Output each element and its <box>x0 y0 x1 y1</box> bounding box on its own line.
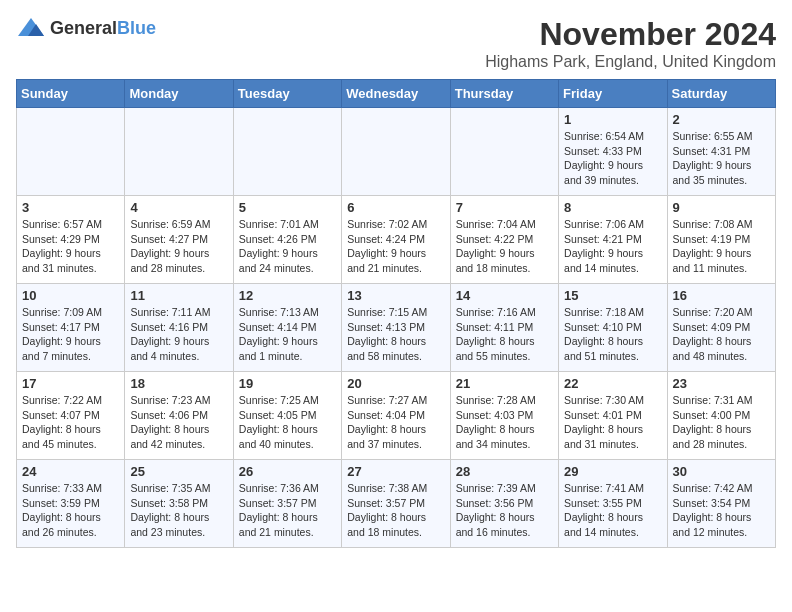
calendar-cell: 15Sunrise: 7:18 AM Sunset: 4:10 PM Dayli… <box>559 284 667 372</box>
logo: GeneralBlue <box>16 16 156 40</box>
calendar-cell <box>17 108 125 196</box>
calendar-cell: 29Sunrise: 7:41 AM Sunset: 3:55 PM Dayli… <box>559 460 667 548</box>
day-number: 2 <box>673 112 770 127</box>
day-number: 23 <box>673 376 770 391</box>
day-number: 3 <box>22 200 119 215</box>
calendar-cell: 6Sunrise: 7:02 AM Sunset: 4:24 PM Daylig… <box>342 196 450 284</box>
day-info: Sunrise: 7:22 AM Sunset: 4:07 PM Dayligh… <box>22 393 119 452</box>
day-number: 25 <box>130 464 227 479</box>
day-info: Sunrise: 7:18 AM Sunset: 4:10 PM Dayligh… <box>564 305 661 364</box>
logo-blue: Blue <box>117 18 156 38</box>
day-number: 6 <box>347 200 444 215</box>
day-info: Sunrise: 7:41 AM Sunset: 3:55 PM Dayligh… <box>564 481 661 540</box>
day-info: Sunrise: 7:25 AM Sunset: 4:05 PM Dayligh… <box>239 393 336 452</box>
calendar-cell: 5Sunrise: 7:01 AM Sunset: 4:26 PM Daylig… <box>233 196 341 284</box>
day-number: 29 <box>564 464 661 479</box>
calendar-table: Sunday Monday Tuesday Wednesday Thursday… <box>16 79 776 548</box>
day-number: 1 <box>564 112 661 127</box>
calendar-cell: 8Sunrise: 7:06 AM Sunset: 4:21 PM Daylig… <box>559 196 667 284</box>
day-info: Sunrise: 7:36 AM Sunset: 3:57 PM Dayligh… <box>239 481 336 540</box>
day-info: Sunrise: 7:39 AM Sunset: 3:56 PM Dayligh… <box>456 481 553 540</box>
day-info: Sunrise: 7:16 AM Sunset: 4:11 PM Dayligh… <box>456 305 553 364</box>
day-number: 13 <box>347 288 444 303</box>
day-info: Sunrise: 7:15 AM Sunset: 4:13 PM Dayligh… <box>347 305 444 364</box>
day-number: 20 <box>347 376 444 391</box>
day-number: 18 <box>130 376 227 391</box>
day-number: 26 <box>239 464 336 479</box>
day-number: 30 <box>673 464 770 479</box>
day-info: Sunrise: 7:04 AM Sunset: 4:22 PM Dayligh… <box>456 217 553 276</box>
day-number: 14 <box>456 288 553 303</box>
day-info: Sunrise: 7:08 AM Sunset: 4:19 PM Dayligh… <box>673 217 770 276</box>
calendar-cell <box>233 108 341 196</box>
day-number: 4 <box>130 200 227 215</box>
calendar-cell: 13Sunrise: 7:15 AM Sunset: 4:13 PM Dayli… <box>342 284 450 372</box>
day-number: 24 <box>22 464 119 479</box>
day-number: 27 <box>347 464 444 479</box>
day-info: Sunrise: 7:01 AM Sunset: 4:26 PM Dayligh… <box>239 217 336 276</box>
header-sunday: Sunday <box>17 80 125 108</box>
calendar-cell: 23Sunrise: 7:31 AM Sunset: 4:00 PM Dayli… <box>667 372 775 460</box>
day-info: Sunrise: 7:33 AM Sunset: 3:59 PM Dayligh… <box>22 481 119 540</box>
calendar-cell: 4Sunrise: 6:59 AM Sunset: 4:27 PM Daylig… <box>125 196 233 284</box>
day-number: 5 <box>239 200 336 215</box>
day-info: Sunrise: 7:30 AM Sunset: 4:01 PM Dayligh… <box>564 393 661 452</box>
calendar-week-1: 3Sunrise: 6:57 AM Sunset: 4:29 PM Daylig… <box>17 196 776 284</box>
weekday-header-row: Sunday Monday Tuesday Wednesday Thursday… <box>17 80 776 108</box>
calendar-cell: 17Sunrise: 7:22 AM Sunset: 4:07 PM Dayli… <box>17 372 125 460</box>
header-monday: Monday <box>125 80 233 108</box>
calendar-cell: 25Sunrise: 7:35 AM Sunset: 3:58 PM Dayli… <box>125 460 233 548</box>
header-wednesday: Wednesday <box>342 80 450 108</box>
calendar-cell <box>125 108 233 196</box>
logo-general: General <box>50 18 117 38</box>
day-number: 10 <box>22 288 119 303</box>
calendar-cell: 26Sunrise: 7:36 AM Sunset: 3:57 PM Dayli… <box>233 460 341 548</box>
day-info: Sunrise: 7:02 AM Sunset: 4:24 PM Dayligh… <box>347 217 444 276</box>
calendar-cell: 18Sunrise: 7:23 AM Sunset: 4:06 PM Dayli… <box>125 372 233 460</box>
day-number: 8 <box>564 200 661 215</box>
day-info: Sunrise: 6:57 AM Sunset: 4:29 PM Dayligh… <box>22 217 119 276</box>
calendar-week-4: 24Sunrise: 7:33 AM Sunset: 3:59 PM Dayli… <box>17 460 776 548</box>
calendar-cell: 1Sunrise: 6:54 AM Sunset: 4:33 PM Daylig… <box>559 108 667 196</box>
day-info: Sunrise: 7:06 AM Sunset: 4:21 PM Dayligh… <box>564 217 661 276</box>
day-number: 22 <box>564 376 661 391</box>
calendar-cell: 9Sunrise: 7:08 AM Sunset: 4:19 PM Daylig… <box>667 196 775 284</box>
day-info: Sunrise: 7:38 AM Sunset: 3:57 PM Dayligh… <box>347 481 444 540</box>
calendar-cell: 24Sunrise: 7:33 AM Sunset: 3:59 PM Dayli… <box>17 460 125 548</box>
calendar-cell: 11Sunrise: 7:11 AM Sunset: 4:16 PM Dayli… <box>125 284 233 372</box>
calendar-cell: 14Sunrise: 7:16 AM Sunset: 4:11 PM Dayli… <box>450 284 558 372</box>
calendar-cell <box>450 108 558 196</box>
calendar-header: Sunday Monday Tuesday Wednesday Thursday… <box>17 80 776 108</box>
page-header: GeneralBlue November 2024 Highams Park, … <box>16 16 776 71</box>
day-number: 7 <box>456 200 553 215</box>
calendar-body: 1Sunrise: 6:54 AM Sunset: 4:33 PM Daylig… <box>17 108 776 548</box>
day-info: Sunrise: 7:27 AM Sunset: 4:04 PM Dayligh… <box>347 393 444 452</box>
day-number: 11 <box>130 288 227 303</box>
day-info: Sunrise: 7:35 AM Sunset: 3:58 PM Dayligh… <box>130 481 227 540</box>
calendar-cell: 16Sunrise: 7:20 AM Sunset: 4:09 PM Dayli… <box>667 284 775 372</box>
calendar-cell: 12Sunrise: 7:13 AM Sunset: 4:14 PM Dayli… <box>233 284 341 372</box>
calendar-week-2: 10Sunrise: 7:09 AM Sunset: 4:17 PM Dayli… <box>17 284 776 372</box>
day-number: 28 <box>456 464 553 479</box>
calendar-cell: 7Sunrise: 7:04 AM Sunset: 4:22 PM Daylig… <box>450 196 558 284</box>
title-area: November 2024 Highams Park, England, Uni… <box>485 16 776 71</box>
calendar-week-3: 17Sunrise: 7:22 AM Sunset: 4:07 PM Dayli… <box>17 372 776 460</box>
calendar-cell: 27Sunrise: 7:38 AM Sunset: 3:57 PM Dayli… <box>342 460 450 548</box>
calendar-cell: 20Sunrise: 7:27 AM Sunset: 4:04 PM Dayli… <box>342 372 450 460</box>
day-info: Sunrise: 7:13 AM Sunset: 4:14 PM Dayligh… <box>239 305 336 364</box>
logo-icon <box>16 16 46 40</box>
day-info: Sunrise: 7:11 AM Sunset: 4:16 PM Dayligh… <box>130 305 227 364</box>
day-info: Sunrise: 6:55 AM Sunset: 4:31 PM Dayligh… <box>673 129 770 188</box>
calendar-cell: 22Sunrise: 7:30 AM Sunset: 4:01 PM Dayli… <box>559 372 667 460</box>
day-number: 9 <box>673 200 770 215</box>
day-info: Sunrise: 7:23 AM Sunset: 4:06 PM Dayligh… <box>130 393 227 452</box>
day-info: Sunrise: 6:59 AM Sunset: 4:27 PM Dayligh… <box>130 217 227 276</box>
header-friday: Friday <box>559 80 667 108</box>
day-number: 19 <box>239 376 336 391</box>
header-tuesday: Tuesday <box>233 80 341 108</box>
day-info: Sunrise: 7:31 AM Sunset: 4:00 PM Dayligh… <box>673 393 770 452</box>
calendar-cell: 21Sunrise: 7:28 AM Sunset: 4:03 PM Dayli… <box>450 372 558 460</box>
header-saturday: Saturday <box>667 80 775 108</box>
day-info: Sunrise: 7:20 AM Sunset: 4:09 PM Dayligh… <box>673 305 770 364</box>
day-info: Sunrise: 7:09 AM Sunset: 4:17 PM Dayligh… <box>22 305 119 364</box>
